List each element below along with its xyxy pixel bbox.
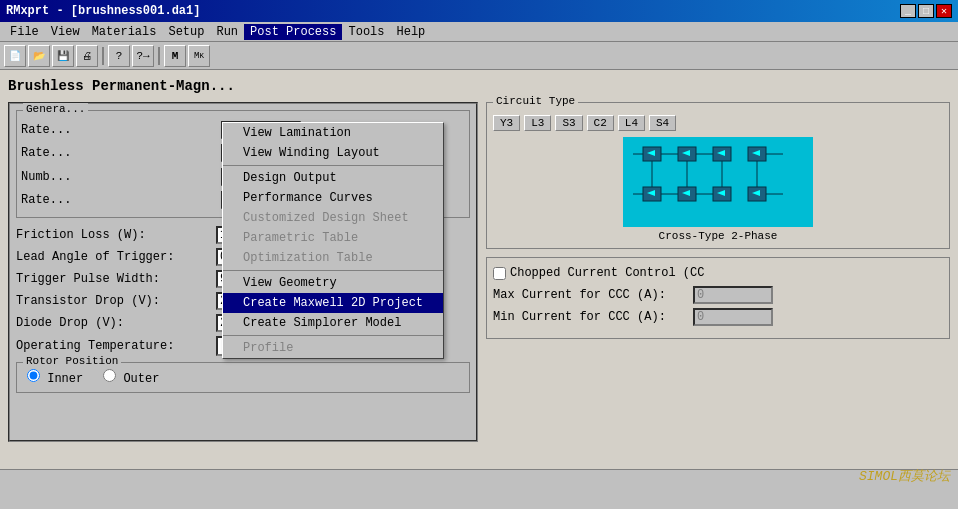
- menu-customized-sheet[interactable]: Customized Design Sheet: [223, 208, 443, 228]
- right-panel: Circuit Type Y3 L3 S3 C2 L4 S4: [486, 102, 950, 442]
- status-bar: [0, 469, 958, 489]
- menu-view-winding[interactable]: View Winding Layout: [223, 143, 443, 163]
- rate2-label: Rate...: [21, 146, 221, 160]
- toolbar-separator: [102, 47, 104, 65]
- min-current-row: Min Current for CCC (A):: [493, 308, 943, 326]
- menu-file[interactable]: File: [4, 24, 45, 40]
- chopped-section: Chopped Current Control (CC Max Current …: [486, 257, 950, 339]
- menu-setup[interactable]: Setup: [162, 24, 210, 40]
- min-current-input[interactable]: [693, 308, 773, 326]
- menu-run[interactable]: Run: [210, 24, 244, 40]
- menu-view[interactable]: View: [45, 24, 86, 40]
- open-button[interactable]: 📂: [28, 45, 50, 67]
- toolbar: 📄 📂 💾 🖨 ? ?→ M MK: [0, 42, 958, 70]
- rotor-outer-radio[interactable]: [103, 369, 116, 382]
- menu-postprocess[interactable]: Post Process: [244, 24, 342, 40]
- km-button[interactable]: MK: [188, 45, 210, 67]
- chopped-label: Chopped Current Control (CC: [510, 266, 704, 280]
- main-area: Brushless Permanent-Magn... Genera... Ra…: [0, 70, 958, 489]
- max-current-row: Max Current for CCC (A):: [493, 286, 943, 304]
- print-button[interactable]: 🖨: [76, 45, 98, 67]
- rotor-position-title: Rotor Position: [23, 355, 121, 367]
- post-process-dropdown: View Lamination View Winding Layout Desi…: [222, 122, 444, 359]
- separator3: [223, 335, 443, 336]
- menu-view-geometry[interactable]: View Geometry: [223, 273, 443, 293]
- rotor-position-box: Rotor Position Inner Outer: [16, 362, 470, 393]
- circuit-l3-button[interactable]: L3: [524, 115, 551, 131]
- min-current-label: Min Current for CCC (A):: [493, 310, 693, 324]
- circuit-s4-button[interactable]: S4: [649, 115, 676, 131]
- toolbar-separator2: [158, 47, 160, 65]
- rotor-inner-label[interactable]: Inner: [27, 369, 83, 386]
- circuit-image-label: Cross-Type 2-Phase: [493, 230, 943, 242]
- menu-materials[interactable]: Materials: [86, 24, 163, 40]
- diode-label: Diode Drop (V):: [16, 316, 216, 330]
- circuit-svg: [623, 137, 813, 227]
- transistor-label: Transistor Drop (V):: [16, 294, 216, 308]
- rate3-label: Rate...: [21, 193, 221, 207]
- circuit-type-title: Circuit Type: [493, 95, 578, 107]
- menu-help[interactable]: Help: [391, 24, 432, 40]
- menu-create-maxwell[interactable]: Create Maxwell 2D Project: [223, 293, 443, 313]
- dropdown-menu: View Lamination View Winding Layout Desi…: [222, 122, 444, 359]
- save-button[interactable]: 💾: [52, 45, 74, 67]
- watermark: SIMOL西莫论坛: [859, 467, 950, 485]
- title-bar: RMxprt - [brushness001.da1] _ □ ✕: [0, 0, 958, 22]
- help1-button[interactable]: ?: [108, 45, 130, 67]
- friction-label: Friction Loss (W):: [16, 228, 216, 242]
- trigger-label: Trigger Pulse Width:: [16, 272, 216, 286]
- max-current-label: Max Current for CCC (A):: [493, 288, 693, 302]
- minimize-button[interactable]: _: [900, 4, 916, 18]
- max-current-input[interactable]: [693, 286, 773, 304]
- chopped-checkbox-row: Chopped Current Control (CC: [493, 266, 943, 280]
- lead-angle-label: Lead Angle of Trigger:: [16, 250, 216, 264]
- menu-profile[interactable]: Profile: [223, 338, 443, 358]
- circuit-type-box: Circuit Type Y3 L3 S3 C2 L4 S4: [486, 102, 950, 249]
- menu-bar: File View Materials Setup Run Post Proce…: [0, 22, 958, 42]
- menu-design-output[interactable]: Design Output: [223, 168, 443, 188]
- circuit-buttons: Y3 L3 S3 C2 L4 S4: [493, 115, 943, 131]
- circuit-diagram: [623, 137, 813, 227]
- menu-optimization-table[interactable]: Optimization Table: [223, 248, 443, 268]
- app-title: Brushless Permanent-Magn...: [8, 78, 950, 94]
- window-controls[interactable]: _ □ ✕: [900, 4, 952, 18]
- menu-performance-curves[interactable]: Performance Curves: [223, 188, 443, 208]
- general-group-title: Genera...: [23, 103, 88, 115]
- chopped-checkbox[interactable]: [493, 267, 506, 280]
- menu-view-lamination[interactable]: View Lamination: [223, 123, 443, 143]
- m-button[interactable]: M: [164, 45, 186, 67]
- circuit-s3-button[interactable]: S3: [555, 115, 582, 131]
- content-panel: Genera... Rate... Rate... Numb... Rate..…: [8, 102, 950, 442]
- circuit-c2-button[interactable]: C2: [587, 115, 614, 131]
- new-button[interactable]: 📄: [4, 45, 26, 67]
- help2-button[interactable]: ?→: [132, 45, 154, 67]
- close-button[interactable]: ✕: [936, 4, 952, 18]
- rotor-radio-group: Inner Outer: [27, 369, 459, 386]
- circuit-l4-button[interactable]: L4: [618, 115, 645, 131]
- separator2: [223, 270, 443, 271]
- separator1: [223, 165, 443, 166]
- title-text: RMxprt - [brushness001.da1]: [6, 4, 200, 18]
- menu-parametric-table[interactable]: Parametric Table: [223, 228, 443, 248]
- rate1-label: Rate...: [21, 123, 221, 137]
- rotor-inner-radio[interactable]: [27, 369, 40, 382]
- rotor-outer-label[interactable]: Outer: [103, 369, 159, 386]
- temperature-label: Operating Temperature:: [16, 339, 216, 353]
- maximize-button[interactable]: □: [918, 4, 934, 18]
- numb-label: Numb...: [21, 170, 221, 184]
- circuit-y3-button[interactable]: Y3: [493, 115, 520, 131]
- menu-tools[interactable]: Tools: [342, 24, 390, 40]
- menu-create-simplorer[interactable]: Create Simplorer Model: [223, 313, 443, 333]
